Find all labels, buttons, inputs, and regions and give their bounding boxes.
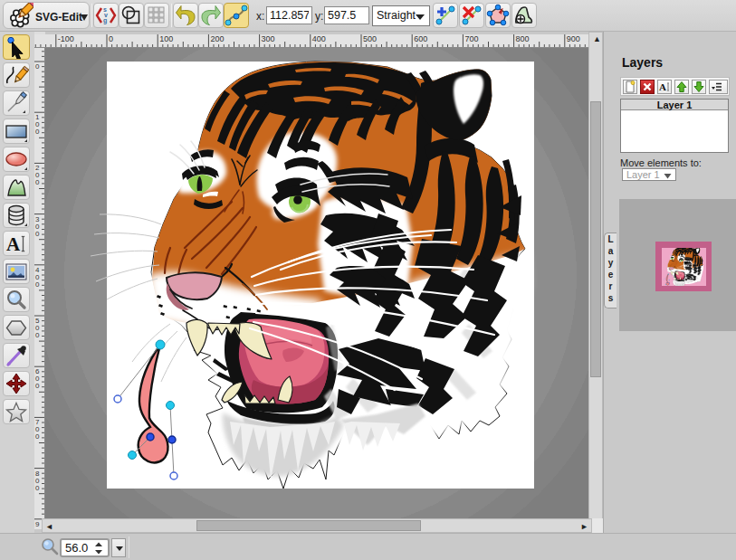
svg-text:0: 0 bbox=[109, 34, 113, 43]
svg-text:0: 0 bbox=[35, 527, 40, 529]
svg-text:700: 700 bbox=[464, 34, 478, 43]
svg-text:500: 500 bbox=[363, 34, 377, 43]
svg-text:800: 800 bbox=[516, 34, 530, 43]
svg-text:300: 300 bbox=[262, 34, 275, 43]
svg-text:400: 400 bbox=[312, 34, 326, 43]
svg-text:0: 0 bbox=[35, 128, 40, 136]
svg-text:0: 0 bbox=[35, 331, 40, 339]
svg-text:0: 0 bbox=[35, 280, 40, 289]
svg-text:0: 0 bbox=[35, 62, 40, 71]
svg-text:100: 100 bbox=[159, 34, 173, 43]
svg-text:g: g bbox=[103, 17, 107, 24]
svg-text:0: 0 bbox=[35, 432, 40, 441]
svg-text:200: 200 bbox=[210, 34, 224, 43]
svg-text:0: 0 bbox=[35, 178, 40, 186]
svg-text:900: 900 bbox=[567, 34, 580, 43]
svg-text:0: 0 bbox=[35, 484, 40, 492]
svg-text:-100: -100 bbox=[58, 34, 74, 43]
svg-text:A: A bbox=[6, 233, 21, 255]
svg-text:0: 0 bbox=[35, 382, 40, 390]
svg-text:A: A bbox=[659, 81, 666, 92]
svg-text:0: 0 bbox=[35, 230, 40, 238]
svg-text:600: 600 bbox=[414, 34, 427, 43]
